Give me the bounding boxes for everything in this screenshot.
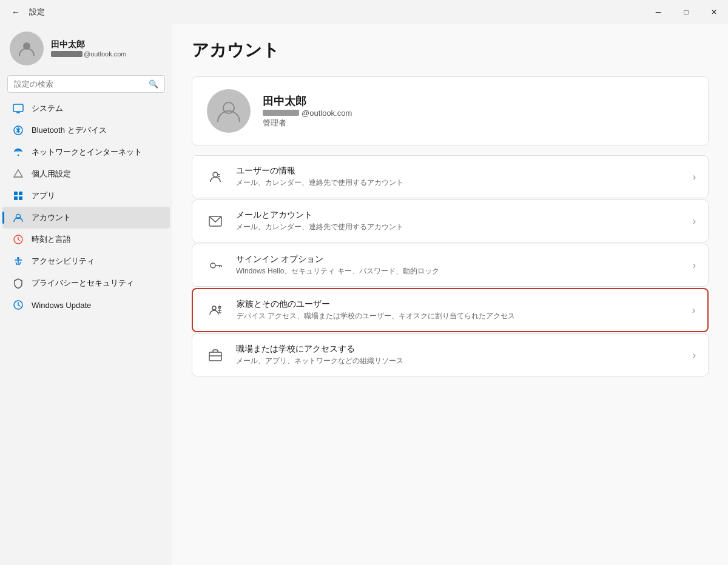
svg-point-5 [18, 155, 19, 156]
chevron-icon-signin: › [693, 260, 696, 271]
email-mask [263, 110, 299, 116]
settings-item-signin[interactable]: サインイン オプション Windows Hello、セキュリティ キー、パスワー… [192, 244, 709, 287]
profile-role: 管理者 [263, 118, 352, 129]
sidebar-item-personalization[interactable]: 個人用設定 [2, 163, 170, 185]
sidebar-item-bluetooth[interactable]: Bluetooth とデバイス [2, 119, 170, 141]
settings-text-user-info: ユーザーの情報 メール、カレンダー、連絡先で使用するアカウント [236, 165, 683, 188]
search-box[interactable]: 🔍 [7, 75, 165, 93]
active-indicator [2, 212, 4, 224]
svg-point-15 [17, 257, 19, 259]
settings-list: ユーザーの情報 メール、カレンダー、連絡先で使用するアカウント › メールとア [192, 155, 709, 376]
profile-name: 田中太郎 [263, 94, 352, 109]
titlebar-controls: ─ □ ✕ [644, 0, 728, 24]
settings-text-family: 家族とその他のユーザー デバイス アクセス、職場または学校のユーザー、キオスクに… [237, 299, 682, 321]
titlebar-left: ← 設定 [7, 4, 45, 21]
accessibility-icon [12, 255, 24, 267]
svg-point-32 [219, 306, 221, 307]
svg-point-22 [211, 263, 215, 268]
settings-desc-signin: Windows Hello、セキュリティ キー、パスワード、動的ロック [236, 266, 683, 276]
sidebar-item-label-accessibility: アクセシビリティ [32, 256, 95, 267]
sidebar-item-network[interactable]: ネットワークとインターネット [2, 141, 170, 163]
update-icon [12, 299, 24, 311]
briefcase-icon [204, 344, 226, 366]
sidebar-item-label-network: ネットワークとインターネット [32, 147, 142, 158]
sidebar-item-system[interactable]: システム [2, 98, 170, 119]
titlebar-title: 設定 [29, 7, 45, 18]
privacy-icon [12, 277, 24, 289]
svg-line-14 [18, 239, 20, 241]
time-icon [12, 233, 24, 246]
user-info-icon [204, 166, 226, 188]
sidebar-item-update[interactable]: Windows Update [2, 294, 170, 316]
sidebar-item-label-privacy: プライバシーとセキュリティ [32, 278, 134, 289]
sidebar-user-name: 田中太郎 [51, 39, 163, 50]
sidebar-item-time[interactable]: 時刻と言語 [2, 229, 170, 250]
settings-title-email: メールとアカウント [236, 210, 683, 221]
sidebar-item-label-time: 時刻と言語 [32, 234, 71, 245]
account-icon [12, 212, 24, 224]
key-icon [204, 255, 226, 276]
chevron-icon-email: › [693, 216, 696, 227]
settings-title-signin: サインイン オプション [236, 254, 683, 265]
apps-icon [12, 190, 24, 202]
sidebar-item-label-account: アカウント [32, 212, 71, 223]
profile-email-suffix: @outlook.com [302, 109, 352, 118]
page-title: アカウント [192, 39, 709, 62]
sidebar-user-email: @outlook.com [84, 50, 126, 58]
svg-rect-7 [14, 192, 18, 195]
sidebar-item-apps[interactable]: アプリ [2, 185, 170, 207]
svg-point-18 [213, 172, 218, 177]
settings-item-family[interactable]: 家族とその他のユーザー デバイス アクセス、職場または学校のユーザー、キオスクに… [192, 288, 709, 332]
back-button[interactable]: ← [7, 4, 24, 21]
nav-list: システム Bluetooth とデバイス [0, 98, 172, 316]
settings-text-email: メールとアカウント メール、カレンダー、連絡先で使用するアカウント [236, 210, 683, 232]
settings-text-work: 職場または学校にアクセスする メール、アプリ、ネットワークなどの組織リソース [236, 344, 683, 366]
search-input[interactable] [14, 79, 144, 89]
settings-title-family: 家族とその他のユーザー [237, 299, 682, 310]
settings-title-work: 職場または学校にアクセスする [236, 344, 683, 355]
settings-desc-email: メール、カレンダー、連絡先で使用するアカウント [236, 222, 683, 232]
family-icon [205, 299, 227, 321]
minimize-button[interactable]: ─ [644, 0, 672, 24]
sidebar-item-accessibility[interactable]: アクセシビリティ [2, 250, 170, 272]
settings-item-work[interactable]: 職場または学校にアクセスする メール、アプリ、ネットワークなどの組織リソース › [192, 333, 709, 376]
settings-desc-work: メール、アプリ、ネットワークなどの組織リソース [236, 356, 683, 366]
settings-window: ← 設定 ─ □ ✕ 田中太郎 [0, 0, 728, 565]
email-icon [204, 210, 226, 232]
bluetooth-icon [12, 124, 24, 136]
sidebar-user-info: 田中太郎 @outlook.com [51, 39, 163, 58]
close-button[interactable]: ✕ [700, 0, 728, 24]
maximize-button[interactable]: □ [672, 0, 700, 24]
svg-rect-10 [19, 196, 22, 200]
settings-desc-family: デバイス アクセス、職場または学校のユーザー、キオスクに割り当てられたアクセス [237, 311, 682, 321]
settings-desc-user-info: メール、カレンダー、連絡先で使用するアカウント [236, 178, 683, 188]
network-icon [12, 146, 24, 158]
search-icon: 🔍 [149, 79, 158, 89]
settings-title-user-info: ユーザーの情報 [236, 165, 683, 176]
svg-rect-9 [14, 196, 18, 200]
sidebar-item-account[interactable]: アカウント [2, 207, 170, 229]
sidebar-item-label-bluetooth: Bluetooth とデバイス [32, 125, 107, 136]
sidebar-user-profile: 田中太郎 @outlook.com [0, 24, 172, 75]
sidebar-item-label-apps: アプリ [32, 190, 55, 201]
chevron-icon-work: › [693, 350, 696, 361]
profile-email: @outlook.com [263, 109, 352, 118]
svg-rect-1 [13, 104, 23, 112]
system-icon [12, 102, 24, 115]
sidebar-item-label-system: システム [32, 103, 63, 114]
profile-details: 田中太郎 @outlook.com 管理者 [263, 94, 352, 129]
sidebar-password-mask [51, 51, 83, 57]
personalization-icon [12, 168, 24, 180]
settings-item-user-info[interactable]: ユーザーの情報 メール、カレンダー、連絡先で使用するアカウント › [192, 155, 709, 198]
settings-item-email[interactable]: メールとアカウント メール、カレンダー、連絡先で使用するアカウント › [192, 199, 709, 242]
profile-avatar [207, 89, 251, 133]
settings-text-signin: サインイン オプション Windows Hello、セキュリティ キー、パスワー… [236, 254, 683, 276]
sidebar-item-label-update: Windows Update [32, 301, 91, 310]
chevron-icon-user-info: › [693, 172, 696, 182]
sidebar: 田中太郎 @outlook.com 🔍 [0, 24, 172, 565]
svg-rect-33 [209, 352, 221, 361]
titlebar: ← 設定 ─ □ ✕ [0, 0, 728, 24]
svg-point-26 [212, 306, 216, 310]
sidebar-item-privacy[interactable]: プライバシーとセキュリティ [2, 272, 170, 294]
sidebar-avatar [10, 32, 44, 65]
